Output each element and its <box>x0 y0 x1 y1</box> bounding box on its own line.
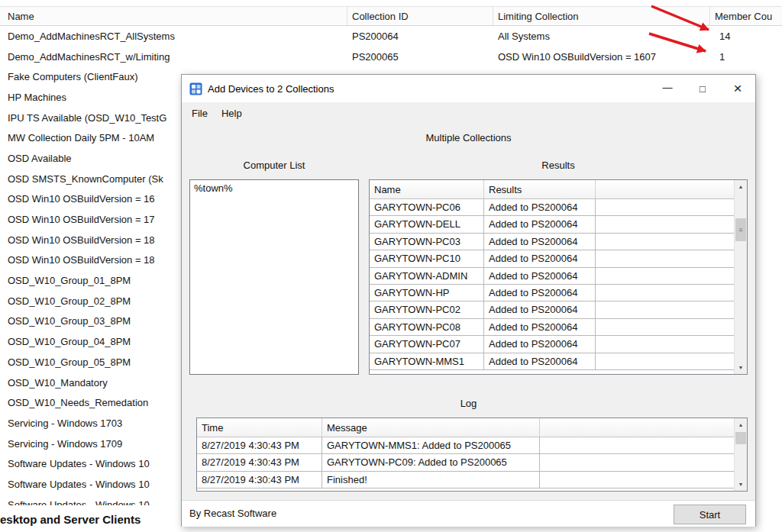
log-time: 8/27/2019 4:30:43 PM <box>197 454 322 471</box>
device-name: GARYTOWN-PC07 <box>370 336 484 353</box>
device-result: Added to PS200064 <box>484 353 596 370</box>
add-devices-dialog: Add Devices to 2 Collections — □ × File … <box>181 74 756 527</box>
log-column-empty <box>540 418 747 437</box>
results-row[interactable]: GARYTOWN-PC10 Added to PS200064 <box>370 250 734 267</box>
scroll-up-icon[interactable]: ▲ <box>735 418 747 431</box>
device-name: GARYTOWN-MMS1 <box>370 353 484 370</box>
results-label: Results <box>369 160 748 171</box>
log-message: GARYTOWN-PC09: Added to PS200065 <box>322 454 540 471</box>
start-button[interactable]: Start <box>674 505 746 524</box>
results-row[interactable]: GARYTOWN-MMS1 Added to PS200064 <box>370 353 734 370</box>
log-row[interactable]: 8/27/2019 4:30:43 PM GARYTOWN-MMS1: Adde… <box>197 437 734 454</box>
results-header: Name Results <box>370 180 747 199</box>
member-count: 1 <box>710 51 782 63</box>
results-table: Name Results GARYTOWN-PC06 Added to PS20… <box>369 179 748 375</box>
screen: Name Collection ID Limiting Collection M… <box>0 0 782 532</box>
maximize-icon[interactable]: □ <box>685 75 720 102</box>
member-count: 14 <box>710 31 782 42</box>
computer-list-input[interactable]: %town% <box>189 179 359 375</box>
menu-help[interactable]: Help <box>215 105 249 122</box>
minimize-icon[interactable]: — <box>650 75 685 102</box>
window-controls: — □ × <box>650 75 755 102</box>
collection-row[interactable]: Demo_AddMachinesRCT_w/Limiting PS200065 … <box>0 47 782 67</box>
log-row[interactable]: 8/27/2019 4:30:43 PM Finished! <box>197 472 734 488</box>
device-result: Added to PS200064 <box>484 268 596 285</box>
log-rows: 8/27/2019 4:30:43 PM GARYTOWN-MMS1: Adde… <box>197 437 734 491</box>
limiting-collection: OSD Win10 OSBuildVersion = 1607 <box>493 51 710 63</box>
results-row[interactable]: GARYTOWN-PC07 Added to PS200064 <box>370 336 734 353</box>
log-column-time[interactable]: Time <box>197 418 322 437</box>
dialog-footer: By Recast Software Start <box>182 500 755 527</box>
column-header-name[interactable]: Name <box>0 7 347 25</box>
results-row[interactable]: GARYTOWN-PC08 Added to PS200064 <box>370 319 734 336</box>
device-result: Added to PS200064 <box>484 285 596 301</box>
device-result: Added to PS200064 <box>484 319 596 336</box>
device-result: Added to PS200064 <box>484 216 596 233</box>
menu-file[interactable]: File <box>185 105 215 122</box>
results-column-name[interactable]: Name <box>370 180 484 198</box>
log-row[interactable]: 8/27/2019 4:30:43 PM GARYTOWN-PC09: Adde… <box>197 454 734 471</box>
results-row[interactable]: GARYTOWN-ADMIN Added to PS200064 <box>370 268 734 285</box>
device-result: Added to PS200064 <box>484 199 596 216</box>
log-table: Time Message 8/27/2019 4:30:43 PM GARYTO… <box>196 418 748 492</box>
device-name: GARYTOWN-HP <box>370 285 484 301</box>
dialog-title: Add Devices to 2 Collections <box>208 83 334 95</box>
device-name: GARYTOWN-PC08 <box>370 319 484 336</box>
log-label: Log <box>182 398 755 409</box>
results-row[interactable]: GARYTOWN-PC06 Added to PS200064 <box>370 199 734 216</box>
credit-text: By Recast Software <box>189 508 276 519</box>
limiting-collection: All Systems <box>493 31 710 42</box>
device-name: GARYTOWN-PC06 <box>370 199 484 216</box>
device-result: Added to PS200064 <box>484 301 596 318</box>
device-result: Added to PS200064 <box>484 234 596 250</box>
collection-id: PS200065 <box>347 51 493 63</box>
column-header-limiting-collection[interactable]: Limiting Collection <box>493 7 710 25</box>
log-scrollbar[interactable]: ▲ ▼ <box>734 418 747 491</box>
column-header-member-count[interactable]: Member Cou <box>710 7 782 25</box>
device-name: GARYTOWN-PC03 <box>370 234 484 250</box>
scroll-down-icon[interactable]: ▼ <box>735 478 747 491</box>
collection-name: Demo_AddMachinesRCT_AllSystems <box>0 31 347 42</box>
dialog-titlebar[interactable]: Add Devices to 2 Collections — □ × <box>182 75 755 102</box>
log-column-message[interactable]: Message <box>322 418 540 437</box>
device-result: Added to PS200064 <box>484 250 596 267</box>
computer-list-label: Computer List <box>189 160 359 171</box>
collection-row[interactable]: Demo_AddMachinesRCT_AllSystems PS200064 … <box>0 26 782 47</box>
log-message: GARYTOWN-MMS1: Added to PS200065 <box>322 437 540 454</box>
device-name: GARYTOWN-DELL <box>370 216 484 233</box>
collection-id: PS200064 <box>347 31 493 42</box>
results-row[interactable]: GARYTOWN-PC02 Added to PS200064 <box>370 301 734 318</box>
results-row[interactable]: GARYTOWN-PC03 Added to PS200064 <box>370 234 734 250</box>
log-header: Time Message <box>197 418 747 437</box>
node-label-desktop-server-clients: esktop and Server Clients <box>0 511 180 529</box>
device-name: GARYTOWN-ADMIN <box>370 268 484 285</box>
collection-name: Demo_AddMachinesRCT_w/Limiting <box>0 51 347 63</box>
results-column-results[interactable]: Results <box>484 180 596 198</box>
device-name: GARYTOWN-PC10 <box>370 250 484 267</box>
log-time: 8/27/2019 4:30:43 PM <box>197 437 322 454</box>
log-message: Finished! <box>322 472 540 488</box>
close-icon[interactable]: × <box>720 75 755 102</box>
log-time: 8/27/2019 4:30:43 PM <box>197 472 322 488</box>
menu-bar: File Help <box>182 102 755 124</box>
app-icon <box>189 82 202 95</box>
collections-column-headers: Name Collection ID Limiting Collection M… <box>0 6 782 26</box>
results-row[interactable]: GARYTOWN-DELL Added to PS200064 <box>370 216 734 233</box>
results-scrollbar-thumb[interactable]: ≡ <box>735 218 746 241</box>
device-result: Added to PS200064 <box>484 336 596 353</box>
scroll-up-icon[interactable]: ▲ <box>735 180 747 193</box>
column-header-collection-id[interactable]: Collection ID <box>347 7 493 25</box>
results-row[interactable]: GARYTOWN-HP Added to PS200064 <box>370 285 734 301</box>
results-rows: GARYTOWN-PC06 Added to PS200064 GARYTOWN… <box>370 199 734 374</box>
results-column-empty <box>596 180 747 198</box>
multiple-collections-label: Multiple Collections <box>182 132 755 143</box>
device-name: GARYTOWN-PC02 <box>370 301 484 318</box>
results-scrollbar[interactable]: ▲ ≡ ▼ <box>734 180 747 374</box>
log-scrollbar-thumb[interactable] <box>735 432 746 444</box>
scroll-down-icon[interactable]: ▼ <box>735 361 747 374</box>
